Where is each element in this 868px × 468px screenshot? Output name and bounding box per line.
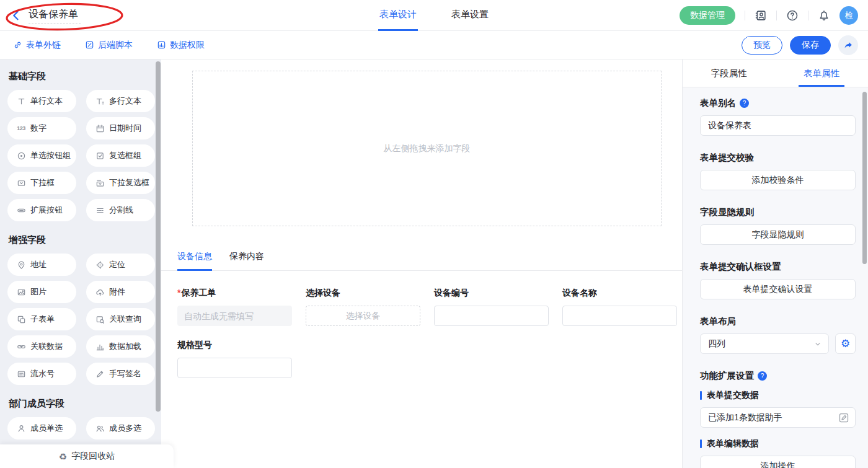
dropzone-placeholder: 从左侧拖拽来添加字段	[384, 143, 471, 154]
address-book-icon[interactable]	[755, 9, 767, 22]
avatar[interactable]: 检	[839, 6, 858, 25]
data-load-icon	[95, 342, 105, 351]
linked-query-icon	[95, 314, 105, 324]
form-fields: * 保养工单 选择设备 选择设备 设备编号 设备名称	[161, 288, 682, 378]
submit-data-box[interactable]: 已添加1条数据助手	[700, 407, 856, 428]
sidebar-item-extend-button[interactable]: 扩展按钮	[7, 199, 76, 221]
field-device-no: 设备编号	[434, 288, 549, 326]
datetime-icon	[95, 123, 105, 133]
canvas-tabs: 设备信息 保养内容	[161, 251, 682, 271]
divider	[745, 11, 745, 20]
form-external-link[interactable]: 表单外链	[12, 40, 61, 51]
form-canvas: 从左侧拖拽来添加字段 设备信息 保养内容 * 保养工单 选择设备 选择设备	[161, 60, 682, 468]
section-marker	[700, 391, 702, 400]
gear-icon: ⚙	[841, 338, 850, 349]
help-badge-icon[interactable]: ?	[740, 99, 749, 108]
help-icon[interactable]	[786, 9, 799, 22]
sidebar-item-subform[interactable]: 子表单	[7, 308, 76, 330]
save-button[interactable]: 保存	[790, 36, 831, 55]
work-order-input	[177, 306, 292, 326]
tab-maintenance-content[interactable]: 保养内容	[229, 251, 264, 271]
share-button[interactable]	[838, 35, 858, 55]
sidebar-item-attachment[interactable]: 附件	[86, 281, 155, 303]
spec-model-input[interactable]	[177, 358, 292, 378]
tab-device-info[interactable]: 设备信息	[177, 251, 212, 271]
field-select-device: 选择设备 选择设备	[306, 288, 420, 326]
sidebar-item-single-text[interactable]: 单行文本	[7, 90, 76, 112]
sidebar-item-member-single[interactable]: 成员单选	[7, 417, 76, 439]
backend-script[interactable]: 后端脚本	[84, 40, 133, 51]
address-icon	[16, 260, 26, 270]
data-permission-icon	[156, 40, 166, 50]
extensions-label: 功能扩展设置	[700, 370, 754, 382]
divider-line-icon	[95, 205, 105, 215]
form-layout-label: 表单布局	[700, 316, 736, 327]
section-marker	[700, 439, 702, 448]
confirm-box-button[interactable]: 表单提交确认设置	[700, 279, 856, 299]
layout-gear-button[interactable]: ⚙	[835, 333, 856, 354]
sidebar-item-select[interactable]: 下拉框	[7, 172, 76, 194]
sidebar-item-address[interactable]: 地址	[7, 254, 76, 276]
add-validation-button[interactable]: 添加校验条件	[700, 170, 856, 190]
submit-validation-label: 表单提交校验	[700, 152, 754, 164]
sidebar-item-multi-select[interactable]: 下拉复选框	[86, 172, 155, 194]
panel-scrollbar[interactable]	[862, 92, 867, 264]
add-operation-button[interactable]: 添加操作	[700, 456, 856, 468]
divider	[776, 11, 777, 20]
sidebar-item-member-multi[interactable]: 成员多选	[86, 417, 155, 439]
help-badge-icon[interactable]: ?	[758, 371, 767, 381]
share-arrow-icon	[843, 40, 853, 50]
field-work-order: * 保养工单	[177, 288, 292, 326]
sidebar-item-data-load[interactable]: 数据加载	[86, 335, 155, 358]
single-line-text-icon	[16, 96, 26, 106]
sidebar-item-checkbox-group[interactable]: 复选框组	[86, 144, 155, 167]
tab-form-design[interactable]: 表单设计	[378, 0, 418, 31]
edit-icon[interactable]	[838, 412, 849, 423]
recycle-icon: ♻	[59, 452, 67, 461]
field-recycle-bin[interactable]: ♻ 字段回收站	[0, 444, 174, 468]
preview-button[interactable]: 预览	[742, 36, 782, 55]
divider	[808, 11, 808, 20]
header-tabs: 表单设计 表单设置	[378, 0, 490, 31]
sidebar-item-linked-data[interactable]: 关联数据	[7, 335, 76, 358]
visibility-rules-button[interactable]: 字段显隐规则	[700, 224, 856, 245]
sidebar-item-radio-group[interactable]: 单选按钮组	[7, 144, 76, 167]
required-mark: *	[177, 288, 180, 298]
tab-field-properties[interactable]: 字段属性	[683, 60, 776, 87]
header: 设备保养单 表单设计 表单设置 数据管理 检	[0, 0, 868, 31]
link-icon	[12, 40, 22, 50]
sidebar-item-divider-line[interactable]: 分割线	[86, 199, 155, 221]
data-manage-button[interactable]: 数据管理	[680, 6, 735, 25]
sidebar-item-number[interactable]: 123 数字	[7, 117, 76, 139]
field-label: 规格型号	[177, 340, 212, 351]
page-title[interactable]: 设备保养单	[29, 7, 81, 24]
sidebar-item-signature[interactable]: 手写签名	[86, 363, 155, 385]
linked-data-icon	[16, 342, 26, 351]
device-no-input[interactable]	[434, 306, 549, 326]
form-alias-input[interactable]	[700, 115, 856, 136]
layout-select[interactable]: 四列	[700, 333, 829, 354]
sidebar-item-image[interactable]: 图片	[7, 281, 76, 303]
subform-icon	[16, 314, 26, 324]
member-single-icon	[16, 423, 26, 433]
select-device-picker[interactable]: 选择设备	[306, 306, 420, 326]
sidebar-item-locate[interactable]: 定位	[86, 254, 155, 276]
notification-bell-icon[interactable]	[818, 9, 830, 22]
select-icon	[16, 178, 26, 188]
multi-line-text-icon	[95, 96, 105, 106]
field-label: 选择设备	[306, 288, 340, 299]
sidebar-item-linked-query[interactable]: 关联查询	[86, 308, 155, 330]
field-spec-model: 规格型号	[177, 340, 292, 378]
submit-data-label: 表单提交数据	[707, 390, 759, 401]
dropzone[interactable]: 从左侧拖拽来添加字段	[192, 71, 662, 226]
sidebar-item-serial-number[interactable]: 流水号	[7, 363, 76, 385]
sidebar-item-multi-text[interactable]: 多行文本	[86, 90, 155, 112]
back-icon[interactable]	[10, 9, 22, 22]
tab-form-settings[interactable]: 表单设置	[450, 0, 490, 31]
sidebar-scrollbar[interactable]	[156, 61, 161, 412]
tab-form-properties[interactable]: 表单属性	[776, 60, 868, 87]
data-permission[interactable]: 数据权限	[156, 40, 205, 51]
form-alias-label: 表单别名	[700, 97, 736, 109]
device-name-input[interactable]	[562, 306, 677, 326]
sidebar-item-datetime[interactable]: 日期时间	[86, 117, 155, 139]
